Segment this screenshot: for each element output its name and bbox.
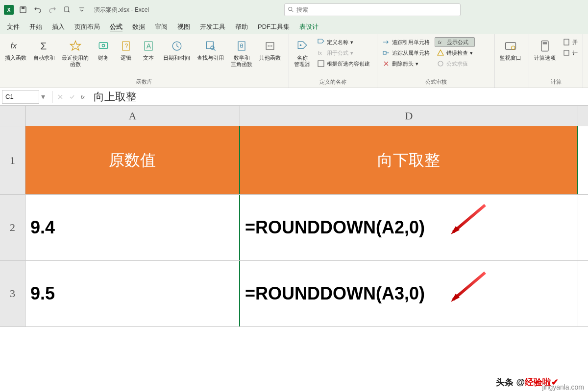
calc-options-button[interactable]: 计算选项 [531,36,559,77]
trace-dependents-button[interactable]: 追踪从属单元格 [380,48,432,58]
star-icon [68,38,83,54]
svg-rect-27 [506,43,516,49]
logical-button[interactable]: ? 逻辑 [115,36,137,77]
cancel-edit-icon [54,93,66,100]
window-title: 演示案例.xlsx - Excel [94,6,149,14]
tab-file[interactable]: 文件 [2,20,24,34]
tab-view[interactable]: 视图 [172,20,195,34]
fx-button[interactable]: fx [78,93,90,100]
money-icon [96,38,111,54]
tab-help[interactable]: 帮助 [230,20,253,34]
lib-group-label: 函数库 [2,77,287,87]
tab-insert[interactable]: 插入 [47,20,70,34]
titlebar: X 演示案例.xlsx - Excel 搜索 [0,0,588,20]
tab-review[interactable]: 审阅 [150,20,172,34]
show-formulas-button[interactable]: fx显示公式 [435,37,475,47]
datetime-button[interactable]: 日期和时间 [160,36,193,77]
trace-precedents-button[interactable]: 追踪引用单元格 [380,37,432,47]
lookup-button[interactable]: 查找与引用 [194,36,227,77]
letter-a-icon: A [141,38,156,54]
svg-point-3 [289,7,292,11]
error-check-button[interactable]: 错误检查▾ [435,48,475,58]
names-group-label: 定义的名称 [291,77,375,87]
theta-icon: θ [234,38,249,54]
row-header-2[interactable]: 2 [0,195,25,260]
tag-icon [294,38,310,54]
remove-arrows-button[interactable]: 删除箭头▾ [380,59,432,69]
confirm-edit-icon [66,93,78,100]
save-button[interactable] [18,4,28,15]
svg-rect-1 [22,7,24,9]
calc-group-label: 计算 [531,77,581,87]
redo-button[interactable] [47,4,58,15]
clock-icon [169,38,185,54]
watermark-url: jingyanla.com [542,383,584,391]
col-header-a[interactable]: A [25,106,240,126]
cell-a3[interactable]: 9.5 [25,261,240,326]
svg-text:θ: θ [240,43,244,49]
name-box[interactable]: C1 [2,90,39,104]
excel-icon: X [4,5,14,15]
tab-layout[interactable]: 页面布局 [70,20,105,34]
svg-point-21 [299,45,301,46]
svg-rect-13 [206,42,213,48]
calc-now-button[interactable]: 开 [561,37,580,47]
dots-icon [262,38,278,54]
svg-text:Σ: Σ [40,40,47,51]
select-all-corner[interactable] [0,106,25,126]
insert-function-button[interactable]: fx 插入函数 [2,36,29,77]
tab-developer[interactable]: 开发工具 [195,20,230,34]
undo-button[interactable] [32,4,43,15]
cell-a1[interactable]: 原数值 [25,126,240,194]
svg-rect-32 [564,50,569,55]
other-functions-button[interactable]: 其他函数 [256,36,284,77]
define-name-button[interactable]: 定义名称▾ [315,37,372,47]
tab-pdf[interactable]: PDF工具集 [253,20,294,34]
svg-text:?: ? [124,43,128,49]
recent-functions-button[interactable]: 最近使用的 函数 [59,36,92,77]
svg-text:fx: fx [438,40,442,45]
svg-rect-30 [543,42,547,44]
cell-d1[interactable]: 向下取整 [240,126,578,194]
tab-formulas[interactable]: 公式 [105,20,127,34]
row-header-3[interactable]: 3 [0,261,25,326]
watch-window-button[interactable]: 监视窗口 [497,36,524,85]
cell-a2[interactable]: 9.4 [25,195,240,260]
formula-input[interactable]: 向上取整 [90,90,588,104]
ribbon-tabs: 文件 开始 插入 页面布局 公式 数据 审阅 视图 开发工具 帮助 PDF工具集… [0,20,588,34]
name-box-dropdown[interactable]: ▾ [41,92,50,101]
ribbon: fx 插入函数 Σ 自动求和 最近使用的 函数 财务 ? 逻辑 A 文本 [0,34,588,88]
svg-point-7 [102,45,104,47]
tab-home[interactable]: 开始 [24,20,47,34]
col-header-d[interactable]: D [240,106,578,126]
tab-data[interactable]: 数据 [127,20,150,34]
cell-d2[interactable]: =ROUNDDOWN(A2,0) [240,195,578,260]
svg-point-19 [270,46,270,46]
formula-bar: C1 ▾ fx 向上取整 [0,88,588,106]
svg-point-26 [438,61,443,66]
autosum-button[interactable]: Σ 自动求和 [30,36,58,77]
financial-button[interactable]: 财务 [93,36,114,77]
svg-rect-23 [318,61,324,67]
qat-dropdown[interactable] [76,4,87,15]
svg-text:fx: fx [81,94,85,100]
svg-text:fx: fx [318,50,322,56]
row-header-1[interactable]: 1 [0,126,25,194]
math-button[interactable]: θ 数学和 三角函数 [228,36,255,77]
calc-sheet-button[interactable]: 计 [561,48,580,58]
name-manager-button[interactable]: 名称 管理器 [291,36,313,77]
create-from-selection-button[interactable]: 根据所选内容创建 [315,59,372,69]
cell-d3[interactable]: =ROUNDDOWN(A3,0) [240,261,578,326]
text-button[interactable]: A 文本 [138,36,159,77]
calculator-icon [537,38,553,54]
touch-mode-button[interactable] [62,4,73,15]
row-2: 2 9.4 =ROUNDDOWN(A2,0) [0,195,588,261]
svg-rect-24 [383,51,386,54]
search-box[interactable]: 搜索 [284,3,461,16]
fx-icon: fx [8,38,24,54]
watch-window-icon [503,38,518,54]
svg-point-14 [211,46,214,49]
use-formula-button: fx用于公式▾ [315,48,372,58]
tab-table-design[interactable]: 表设计 [294,20,323,34]
svg-rect-6 [99,43,108,48]
